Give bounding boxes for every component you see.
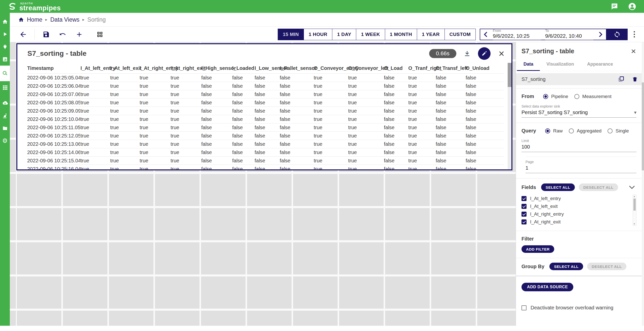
breadcrumb-home[interactable]: Home [27, 16, 42, 23]
grid-view-button[interactable] [94, 28, 106, 41]
previous-range-button[interactable] [480, 29, 491, 40]
field-checkbox-row[interactable]: I_At_right_exit [521, 218, 629, 226]
checkbox-icon[interactable] [521, 204, 527, 209]
panel-tab[interactable]: Visualization [540, 58, 581, 71]
radio-icon[interactable] [543, 94, 548, 99]
fields-select-all-button[interactable]: SELECT ALL [541, 183, 575, 191]
radio-icon[interactable] [608, 128, 613, 133]
page-value[interactable]: 1 [526, 165, 528, 171]
time-range-button[interactable]: 1 HOUR [304, 29, 332, 40]
table-widget[interactable]: S7_sorting - table 0.66s [16, 43, 512, 170]
checkbox-icon[interactable] [521, 196, 527, 201]
panel-scrollbar-thumb[interactable] [642, 82, 644, 170]
radio-icon[interactable] [569, 128, 574, 133]
delete-data-source-button[interactable] [632, 76, 638, 82]
field-checkbox-row[interactable]: I_At_left_entry [521, 195, 629, 202]
limit-input[interactable]: 100 [521, 143, 636, 152]
query-section: Query Raw Aggregate [516, 123, 644, 178]
page-input[interactable]: 1 [526, 164, 636, 173]
table-scrollbar[interactable] [508, 63, 511, 169]
remove-widget-button[interactable]: × [498, 49, 505, 59]
add-filter-button[interactable]: ADD FILTER [521, 245, 554, 253]
add-widget-button[interactable] [73, 28, 86, 41]
sidebar-item-home[interactable] [0, 15, 10, 28]
time-range-button[interactable]: 1 WEEK [356, 29, 385, 40]
edit-widget-button[interactable] [478, 47, 491, 60]
sink-select[interactable]: Persist S7_sorting S7_sorting ▾ [521, 108, 636, 118]
sink-select-value[interactable]: Persist S7_sorting S7_sorting [521, 110, 588, 115]
breadcrumb-data-views[interactable]: Data Views [50, 16, 79, 23]
timestamp-cell: 2022-09-06 10:25:13.060 [27, 140, 80, 148]
overload-warning-toggle[interactable]: Deactivate browser overload warning [521, 305, 638, 311]
data-source-name: S7_sorting [521, 76, 546, 82]
page-box: Page 1 [526, 157, 636, 173]
radio-icon[interactable] [545, 128, 550, 133]
sidebar-item-files[interactable] [0, 122, 10, 134]
checkbox-unchecked-icon[interactable] [521, 305, 527, 310]
date-from-field[interactable]: From 9/6/2022, 10:25 [493, 29, 541, 40]
limit-value[interactable]: 100 [521, 144, 530, 150]
query-radio-option[interactable]: Single [608, 128, 629, 134]
column-header: Timestamp [27, 63, 80, 74]
group-by-deselect-all-button[interactable]: DESELECT ALL [587, 263, 626, 270]
panel-tab[interactable]: Appearance [581, 58, 620, 71]
time-range-button[interactable]: 1 MONTH [385, 29, 417, 40]
account-icon[interactable] [628, 2, 636, 11]
from-radio-option[interactable]: Pipeline [543, 94, 568, 99]
date-to-field[interactable]: To 9/6/2022, 10:40 [545, 29, 593, 40]
group-by-select-all-button[interactable]: SELECT ALL [549, 263, 583, 270]
overload-warning-label: Deactivate browser overload warning [531, 305, 613, 311]
time-range-button[interactable]: 1 DAY [332, 29, 356, 40]
time-range-selector: 15 MIN 1 HOUR 1 DAY 1 WEEK 1 MONTH 1 YEA… [278, 29, 476, 40]
fields-deselect-all-button[interactable]: DESELECT ALL [579, 183, 618, 191]
widget-title: S7_sorting - table [27, 50, 87, 58]
save-button[interactable] [40, 28, 52, 41]
download-button[interactable] [463, 50, 471, 57]
refresh-button[interactable] [607, 29, 628, 40]
time-range-button[interactable]: 15 MIN [278, 29, 304, 40]
field-checkbox-row[interactable]: I_At_right_entry [521, 210, 629, 218]
fields-collapse-button[interactable] [627, 185, 636, 190]
query-radio-option[interactable]: Aggregated [569, 128, 601, 134]
undo-button[interactable] [56, 28, 69, 41]
pencil-icon [481, 51, 487, 57]
checkbox-icon[interactable] [521, 219, 527, 224]
column-header: O_Transf_left [435, 63, 465, 74]
date-from-value[interactable]: 9/6/2022, 10:25 [493, 33, 541, 40]
panel-tab[interactable]: Data [517, 58, 540, 71]
streampipes-wordmark: apache streampipes [19, 2, 61, 12]
panel-close-button[interactable]: × [629, 46, 637, 56]
sidebar-item-install-elements[interactable] [0, 97, 10, 109]
dashboard-grid-canvas[interactable]: S7_sorting - table 0.66s [10, 42, 516, 326]
sidebar-item-settings[interactable]: ⚙ [0, 134, 10, 147]
date-to-label: To [545, 29, 593, 33]
date-to-value[interactable]: 9/6/2022, 10:40 [545, 33, 593, 40]
query-radio-option[interactable]: Raw [545, 128, 563, 134]
fields-list-scrollbar[interactable] [633, 195, 636, 226]
radio-icon[interactable] [574, 94, 579, 99]
sidebar-item-machine-learning[interactable] [0, 109, 10, 122]
panel-scrollbar[interactable] [642, 42, 644, 326]
timestamp-cell: 2022-09-06 10:25:08.054 [27, 99, 80, 107]
group-by-label: Group By [521, 264, 544, 269]
sidebar-item-dashboard[interactable] [0, 53, 10, 66]
app-header: apache streampipes [0, 0, 644, 13]
time-range-button[interactable]: CUSTOM [445, 29, 476, 40]
sidebar-item-pipelines[interactable] [0, 28, 10, 40]
from-radio-option[interactable]: Measurement [574, 94, 612, 99]
back-button[interactable] [17, 28, 29, 41]
checkbox-icon[interactable] [521, 212, 527, 217]
more-options-button[interactable] [632, 30, 636, 39]
sidebar-item-data-explorer[interactable] [0, 66, 10, 81]
fields-list-scrollbar-thumb[interactable] [633, 199, 636, 211]
clone-data-source-button[interactable] [618, 76, 624, 82]
table-scrollbar-thumb[interactable] [508, 63, 511, 87]
sidebar-item-apps[interactable] [0, 81, 10, 94]
timestamp-cell: 2022-09-06 10:25:10.042 [27, 115, 80, 123]
sidebar-item-connect[interactable] [0, 40, 10, 53]
next-range-button[interactable] [595, 29, 606, 40]
add-data-source-button[interactable]: ADD DATA SOURCE [521, 283, 573, 291]
notifications-chat-icon[interactable] [610, 3, 618, 11]
field-checkbox-row[interactable]: I_At_left_exit [521, 202, 629, 210]
time-range-button[interactable]: 1 YEAR [417, 29, 445, 40]
